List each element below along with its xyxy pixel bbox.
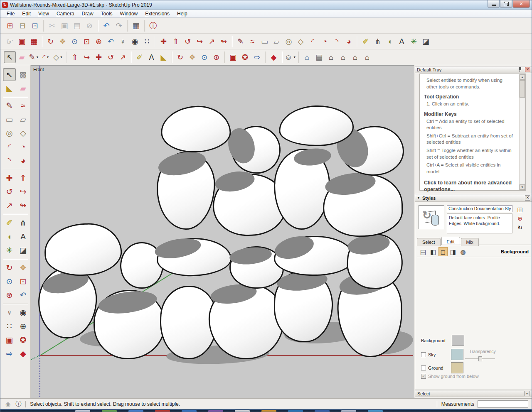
eraser-icon[interactable]: ▰	[17, 82, 30, 95]
protractor-icon[interactable]: ◖	[384, 35, 396, 47]
pan-icon[interactable]: ❖	[17, 261, 30, 274]
taskbar-item[interactable]	[75, 410, 90, 412]
taskbar-item[interactable]	[341, 410, 356, 412]
three-point-arc-icon[interactable]: ◝	[3, 154, 16, 167]
text-icon[interactable]: A	[17, 230, 30, 243]
select-instructor-icon[interactable]: ☞	[4, 35, 16, 47]
scale-icon[interactable]: ↗	[206, 35, 218, 47]
menu-window[interactable]: Window	[116, 10, 142, 17]
ruby-console-icon[interactable]: ◆	[17, 347, 30, 360]
transparency-slider[interactable]	[465, 356, 495, 361]
view-left-icon[interactable]: ⌂	[361, 51, 373, 63]
menu-help[interactable]: Help	[173, 10, 191, 17]
menu-tools[interactable]: Tools	[97, 10, 116, 17]
instructor-scrollbar[interactable]: ▲ ▼	[519, 74, 525, 190]
look-around-icon[interactable]: ◉	[129, 35, 141, 47]
rectangle-icon[interactable]: ▭	[259, 35, 271, 47]
taskbar-item[interactable]	[128, 410, 143, 412]
circle-icon[interactable]: ◎	[283, 35, 295, 47]
stone[interactable]	[160, 104, 232, 154]
scale-icon[interactable]: ↗	[117, 51, 129, 63]
look-around-icon[interactable]: ◉	[17, 306, 30, 319]
rotate-icon[interactable]: ↺	[3, 185, 16, 198]
style-thumbnail[interactable]: ↻	[419, 205, 444, 229]
taskbar-item[interactable]	[315, 410, 330, 412]
pin-icon[interactable]	[518, 67, 522, 72]
menu-file[interactable]: File	[3, 10, 18, 17]
text-icon[interactable]: A	[396, 35, 408, 47]
tab-select[interactable]: Select	[417, 238, 441, 246]
3d-warehouse-icon[interactable]: ▣	[3, 334, 16, 346]
taskbar-item[interactable]	[182, 410, 197, 412]
edit-face-settings-icon[interactable]: ◧	[429, 247, 438, 256]
push-pull-icon[interactable]: ⇑	[69, 51, 81, 63]
cut-icon[interactable]: ✂	[46, 20, 58, 32]
taskbar-item[interactable]	[102, 410, 117, 412]
zoom-icon[interactable]: ⊙	[69, 35, 81, 47]
ruby-console-icon[interactable]: ◆	[268, 51, 280, 63]
ground-checkbox[interactable]	[421, 365, 426, 370]
freehand-icon[interactable]: ≈	[17, 99, 30, 112]
taskbar-item[interactable]	[368, 410, 383, 412]
eraser-icon[interactable]: ▰	[16, 51, 28, 63]
menu-draw[interactable]: Draw	[78, 10, 97, 17]
arc-segment-icon[interactable]: ◕	[17, 154, 30, 167]
axes-icon[interactable]: ✳	[408, 35, 420, 47]
info-icon[interactable]: ⓘ	[15, 400, 21, 408]
menu-camera[interactable]: Camera	[53, 10, 78, 17]
display-secondary-pane-icon[interactable]: ◫	[516, 205, 524, 213]
taskbar-item[interactable]	[235, 410, 250, 412]
zoom-previous-icon[interactable]: ↶	[105, 35, 117, 47]
protractor-icon[interactable]: ◖	[3, 230, 16, 243]
open-file-icon[interactable]: ⊟	[16, 20, 29, 32]
position-camera-icon[interactable]: ♀	[117, 35, 129, 47]
zoom-extents-icon[interactable]: ⊛	[93, 35, 105, 47]
zoom-icon[interactable]: ⊙	[198, 51, 210, 63]
styles-close-icon[interactable]: ✕	[525, 195, 530, 201]
background-color-swatch[interactable]	[452, 335, 464, 346]
follow-me-icon[interactable]: ↪	[17, 185, 30, 198]
move-icon[interactable]: ✚	[3, 172, 16, 184]
undo-icon[interactable]: ↶	[100, 20, 113, 32]
component-attributes-icon[interactable]: ▦	[28, 35, 40, 47]
move-icon[interactable]: ✚	[158, 35, 170, 47]
zoom-extents-icon[interactable]: ⊛	[3, 289, 16, 302]
minimize-button[interactable]	[488, 0, 500, 8]
pie-icon[interactable]: ◔	[17, 140, 30, 153]
tape-measure-icon[interactable]: ✐	[133, 51, 145, 63]
line-tool-icon[interactable]: ✎▼	[28, 51, 40, 63]
arc-icon[interactable]: ◜	[3, 140, 16, 153]
menu-view[interactable]: View	[34, 10, 53, 17]
make-component-icon[interactable]: ▩	[17, 68, 30, 81]
rotated-rectangle-icon[interactable]: ▱	[271, 35, 283, 47]
view-back-icon[interactable]: ⌂	[349, 51, 361, 63]
follow-me-icon[interactable]: ↪	[81, 51, 93, 63]
two-point-arc-icon[interactable]: ◔	[319, 35, 331, 47]
paste-icon[interactable]: ▤	[71, 20, 83, 32]
extension-warehouse-icon[interactable]: ✪	[17, 334, 30, 346]
offset-icon[interactable]: ↬	[218, 35, 230, 47]
account-dropdown-icon[interactable]: ▼	[293, 56, 296, 59]
tape-measure-icon[interactable]: ✐	[3, 216, 16, 229]
polygon-icon[interactable]: ◇	[295, 35, 307, 47]
erase-icon[interactable]: ⊘	[83, 20, 96, 32]
line-icon[interactable]: ✎	[3, 99, 16, 112]
three-point-arc-icon[interactable]: ◝	[331, 35, 343, 47]
send-to-layout-icon[interactable]: ⇨	[251, 51, 263, 63]
zoom-icon[interactable]: ⊙	[3, 275, 16, 288]
scroll-thumb[interactable]	[520, 80, 525, 98]
shapes-tool-dropdown-icon[interactable]: ▼	[60, 56, 63, 59]
axes-icon[interactable]: ✳	[3, 244, 16, 257]
slider-thumb[interactable]	[478, 356, 482, 361]
pan-icon[interactable]: ❖	[57, 35, 69, 47]
arc-tool-icon[interactable]: ◜▼	[40, 51, 52, 63]
zoom-window-icon[interactable]: ⊡	[17, 275, 30, 288]
edit-edge-settings-icon[interactable]: ▤	[419, 247, 428, 256]
restore-button[interactable]	[500, 0, 512, 8]
orbit-icon[interactable]: ↻	[174, 51, 186, 63]
freehand-icon[interactable]: ≈	[246, 35, 259, 47]
polygon-icon[interactable]: ◇	[17, 127, 30, 140]
extension-warehouse-icon[interactable]: ✪	[239, 51, 251, 63]
styles-panel-header[interactable]: ▼ Styles ✕	[415, 194, 532, 202]
create-new-style-icon[interactable]: ⊕	[516, 214, 524, 223]
